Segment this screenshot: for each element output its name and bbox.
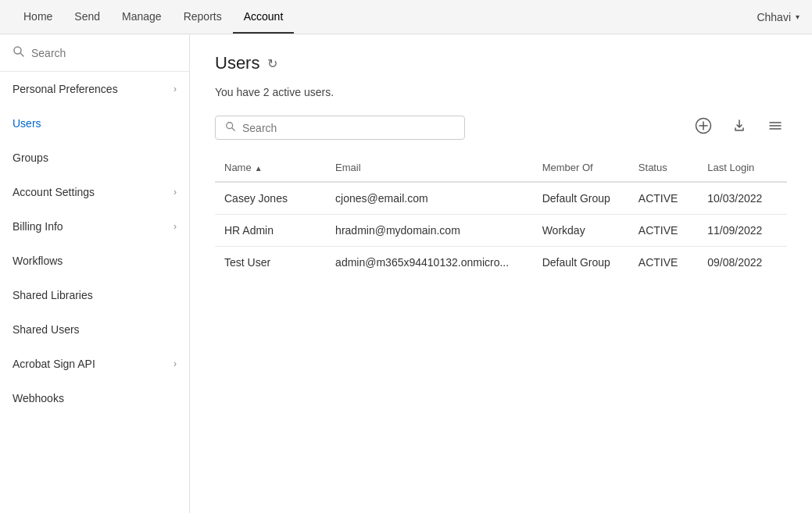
users-table: Name▲ Email Member Of Status Last Login … [215,154,787,278]
cell-lastlogin-0: 10/03/2022 [698,182,787,215]
sidebar-search-container [0,34,189,72]
table-search-container [215,116,465,140]
sidebar-item-shared-libraries[interactable]: Shared Libraries [0,278,189,312]
sidebar-item-label-groups: Groups [13,151,48,164]
cell-email-1: hradmin@mydomain.com [326,215,533,247]
nav-account[interactable]: Account [233,1,295,34]
sidebar-item-groups[interactable]: Groups [0,141,189,175]
nav-home[interactable]: Home [13,1,63,34]
cell-member-0: Default Group [533,182,629,215]
cell-name-0: Casey Jones [215,182,326,215]
col-header-email: Email [326,154,533,182]
table-toolbar [215,114,787,141]
sidebar-item-users[interactable]: Users [0,106,189,141]
table-search-input[interactable] [242,122,455,134]
sidebar-item-billing-info[interactable]: Billing Info › [0,209,189,244]
table-row[interactable]: Test User admin@m365x94410132.onmicro...… [215,247,787,279]
sidebar-item-label-acrobat-sign-api: Acrobat Sign API [13,358,95,370]
user-menu-chevron-icon: ▾ [796,12,799,21]
add-user-button[interactable] [692,114,715,141]
svg-line-1 [20,53,23,56]
main-content: Users ↻ You have 2 active users. [190,34,812,513]
export-button[interactable] [728,114,751,141]
sidebar-item-label-webhooks: Webhooks [13,392,64,404]
nav-items: Home Send Manage Reports Account [13,1,294,34]
nav-manage[interactable]: Manage [111,1,173,34]
nav-reports[interactable]: Reports [173,1,233,34]
user-name: Chhavi [757,11,791,23]
table-search-icon [225,121,236,134]
chevron-icon: › [173,358,177,369]
sidebar-item-webhooks[interactable]: Webhooks [0,381,189,415]
sidebar-items: Personal Preferences ›Users Groups Accou… [0,72,189,415]
table-header: Name▲ Email Member Of Status Last Login [215,154,787,182]
col-header-lastlogin: Last Login [698,154,787,182]
page-title: Users [215,53,259,73]
cell-lastlogin-2: 09/08/2022 [698,247,787,279]
chevron-icon: › [173,221,177,232]
sidebar-item-workflows[interactable]: Workflows [0,244,189,278]
cell-member-1: Workday [533,215,629,247]
sidebar-item-label-users: Users [13,117,41,130]
sidebar-item-label-workflows: Workflows [13,255,63,267]
chevron-icon: › [173,84,177,94]
sidebar-item-acrobat-sign-api[interactable]: Acrobat Sign API › [0,347,189,381]
cell-name-1: HR Admin [215,215,326,247]
cell-status-1: ACTIVE [629,215,698,247]
table-row[interactable]: Casey Jones cjones@email.com Default Gro… [215,182,787,215]
svg-line-3 [232,128,235,131]
sidebar-item-personal-preferences[interactable]: Personal Preferences › [0,72,189,106]
sidebar-item-label-personal-preferences: Personal Preferences [13,83,118,95]
cell-email-0: cjones@email.com [326,182,533,215]
sidebar-item-label-shared-users: Shared Users [13,323,80,336]
table-row[interactable]: HR Admin hradmin@mydomain.com Workday AC… [215,215,787,247]
col-header-status: Status [629,154,698,182]
sidebar-search-input[interactable] [31,47,177,59]
cell-status-2: ACTIVE [629,247,698,279]
col-header-name[interactable]: Name▲ [215,154,326,182]
main-layout: Personal Preferences ›Users Groups Accou… [0,34,812,513]
user-menu[interactable]: Chhavi ▾ [757,11,799,23]
cell-name-2: Test User [215,247,326,279]
sidebar-item-label-shared-libraries: Shared Libraries [13,289,93,301]
sidebar: Personal Preferences ›Users Groups Accou… [0,34,190,513]
col-header-member: Member Of [533,154,629,182]
sidebar-item-label-account-settings: Account Settings [13,186,95,198]
page-header: Users ↻ [215,53,787,73]
more-options-button[interactable] [764,114,787,141]
active-users-info: You have 2 active users. [215,86,787,98]
sidebar-item-shared-users[interactable]: Shared Users [0,312,189,347]
cell-lastlogin-1: 11/09/2022 [698,215,787,247]
sidebar-item-account-settings[interactable]: Account Settings › [0,175,189,209]
cell-status-0: ACTIVE [629,182,698,215]
sidebar-search-icon [13,45,25,60]
chevron-icon: › [173,187,177,198]
sidebar-item-label-billing-info: Billing Info [13,220,63,233]
cell-member-2: Default Group [533,247,629,279]
table-body: Casey Jones cjones@email.com Default Gro… [215,182,787,278]
cell-email-2: admin@m365x94410132.onmicro... [326,247,533,279]
nav-send[interactable]: Send [63,1,111,34]
toolbar-actions [692,114,787,141]
top-nav: Home Send Manage Reports Account Chhavi … [0,0,812,34]
refresh-icon[interactable]: ↻ [267,56,277,71]
